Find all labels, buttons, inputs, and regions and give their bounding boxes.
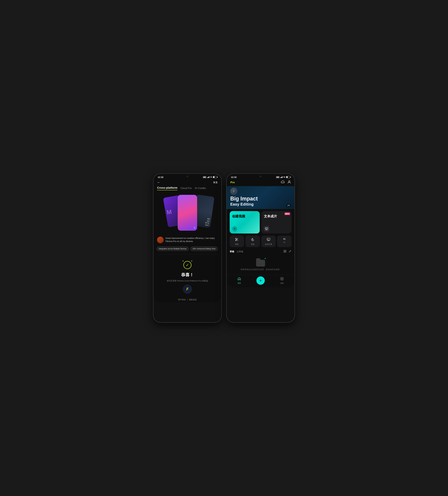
chip-tools[interactable]: 100+ Advanced Editing Tools [190,247,218,251]
device-main: C [178,195,197,231]
user-agreement-link[interactable]: 用户协议 [178,298,186,301]
checkmark-icon: ✓ [186,263,189,267]
testimonial: Great improvement on creation efficiency… [153,234,221,246]
page-number: 1/6 [286,204,291,207]
svg-point-12 [236,240,236,241]
time-1: 12:32 [158,176,163,178]
camera-notch-1 [187,175,188,177]
tool-edit[interactable]: 剪辑 [230,236,244,247]
chip-integration[interactable]: Integration across Multiple Devices [156,247,189,251]
tab-cloud-pro[interactable]: Cloud Pro [180,187,192,190]
create-video-title: 创建视频 [232,214,257,218]
congrats-text: 恭喜！ [181,272,194,278]
hero-f-letter: F [233,190,235,193]
beta-badge: BETA [285,213,290,215]
status-icons-2: HD 5G [276,176,290,178]
folder-icon: + [256,258,265,266]
svg-rect-0 [207,177,208,178]
phone-2: 12:32 HD 5G [226,173,295,323]
success-circle: ✓ [183,261,192,269]
tool-subtitle[interactable]: AI 自动字幕 [261,236,276,247]
svg-rect-21 [281,278,283,280]
cloud-icon[interactable] [281,181,285,184]
tool-edit-label: 剪辑 [235,243,239,246]
text-video-card[interactable]: BETA 文本成片 AI [261,211,292,233]
svg-rect-2 [208,177,209,178]
page-indicator: 1/6 [286,204,291,207]
f-logo-text: F [186,287,189,291]
tab-cross-platform[interactable]: Cross-platform [157,186,178,190]
feature-chips: Integration across Multiple Devices 100+… [153,246,221,252]
drafts-header: 草稿 云草稿 [230,250,292,253]
back-button[interactable]: ← [157,181,160,184]
status-icons-1: HD 5G [203,176,217,178]
create-video-card[interactable]: 创建视频 + [230,211,260,233]
tool-speed[interactable]: 变速 [245,236,260,247]
tab-drafts[interactable]: 草稿 [230,250,234,253]
scissors-icon [235,238,239,242]
sparkle-bl: · [182,268,183,270]
success-sub-text: 您可以享受 Filmora Cross-Platforms Pro 的权益 [167,279,208,282]
svg-point-11 [236,238,236,239]
folder-plus-icon: + [265,257,266,260]
app-header: Pro [227,179,295,186]
svg-point-14 [253,239,253,240]
tab-cloud-drafts[interactable]: 云草稿 [237,250,243,253]
svg-text:AI: AI [268,239,269,240]
phone1-header: ← 恢复 [153,179,221,186]
testimonial-text: Great improvement on creation efficiency… [165,237,218,243]
grid-icon[interactable] [284,250,286,253]
nav-home-label: 首页 [238,282,241,284]
network-type-2: 5G [284,176,285,178]
tool-ai-label: AI [284,241,285,243]
network-type-1: 5G [210,176,212,178]
ai-icon: AI [264,226,269,232]
nav-discover-label: 发现 [280,282,284,284]
folder-body [256,260,265,266]
nav-discover[interactable]: 发现 [280,277,284,284]
sparkle-tl: ✦ [182,260,184,262]
draft-actions [284,250,292,253]
action-grid: 创建视频 + BETA 文本成片 AI [227,209,295,235]
nav-add-button[interactable]: + [256,276,265,285]
svg-rect-6 [282,177,282,178]
profile-icon[interactable] [288,180,291,185]
devices-preview: M Areyoudy forture? C [153,192,221,234]
svg-rect-19 [284,251,285,252]
filmora-logo: F [183,285,192,294]
status-bar-2: 12:32 HD 5G [227,174,295,179]
svg-rect-18 [285,250,286,251]
drafts-section: 草稿 云草稿 [227,248,295,275]
svg-rect-5 [281,177,281,178]
bottom-nav: 首页 + 发现 [227,275,295,287]
signal-2 [280,176,283,178]
svg-point-8 [288,181,290,182]
success-section: ✓ ✦ ✦ · · 恭喜！ 您可以享受 Filmora Cross-Platfo… [153,257,221,297]
tool-subtitle-label: 自动字幕 [265,243,272,246]
pro-logo: Pro [230,181,235,184]
tab-ai-credits[interactable]: AI Credits [195,187,206,190]
svg-text:AI: AI [266,228,267,229]
avatar [157,237,164,243]
nav-home[interactable]: 首页 [238,277,241,284]
phone-1: 12:32 HD 5G [153,173,222,323]
battery-2 [286,176,290,178]
hero-section: F Big Impact Easy Editing 1/6 [227,186,295,209]
sparkle-tr: ✦ [191,260,193,262]
privacy-link[interactable]: 隐私协议 [189,298,197,301]
svg-rect-20 [285,251,286,252]
time-2: 12:32 [231,176,237,178]
svg-rect-7 [282,176,283,178]
svg-rect-1 [208,177,208,178]
discover-icon [280,277,284,281]
tab-bar-1: Cross-platform Cloud Pro AI Credits [153,186,221,190]
tool-ai[interactable]: AI AI [277,236,292,247]
battery-1 [213,176,217,178]
svg-rect-4 [280,177,281,178]
tools-row: 剪辑 变速 AI [227,235,295,248]
svg-rect-17 [284,250,285,251]
edit-icon[interactable] [288,250,292,253]
home-icon [238,277,241,281]
restore-button[interactable]: 恢复 [213,181,218,184]
footer-links: 用户协议 | 隐私协议 [153,297,221,302]
